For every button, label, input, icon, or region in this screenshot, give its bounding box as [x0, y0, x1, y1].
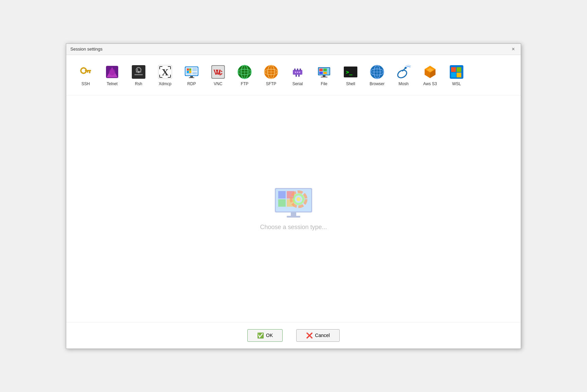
session-type-telnet[interactable]: Telnet [100, 60, 125, 90]
ssh-icon [77, 64, 94, 80]
file-icon [316, 64, 332, 80]
cancel-label: Cancel [315, 333, 330, 338]
awss3-label: Aws S3 [423, 81, 437, 86]
svg-rect-31 [189, 71, 191, 73]
svg-rect-93 [278, 199, 286, 207]
vnc-icon: Vc V c [210, 64, 226, 80]
placeholder-area: Choose a session type... [260, 186, 327, 231]
session-type-xdmcp[interactable]: X Xdmcp [153, 60, 178, 90]
svg-rect-62 [319, 69, 323, 71]
svg-rect-28 [187, 69, 189, 71]
svg-rect-1 [85, 70, 91, 71]
ok-label: OK [266, 333, 273, 338]
session-type-rdp[interactable]: RDP [179, 60, 204, 90]
shell-icon: >_ [342, 64, 359, 80]
svg-rect-85 [451, 67, 456, 72]
dialog-title: Session settings [70, 46, 103, 52]
mosh-label: Mosh [398, 81, 408, 86]
svg-rect-87 [451, 73, 456, 77]
svg-point-59 [299, 72, 300, 73]
svg-rect-64 [319, 72, 323, 74]
svg-rect-3 [87, 71, 88, 73]
svg-rect-67 [321, 77, 327, 77]
svg-point-97 [297, 197, 301, 201]
placeholder-text: Choose a session type... [260, 224, 327, 231]
session-type-browser[interactable]: Browser [364, 60, 390, 90]
shell-label: Shell [346, 81, 355, 86]
main-content-area: Choose a session type... [66, 95, 521, 322]
svg-rect-2 [89, 71, 90, 73]
close-button[interactable]: × [510, 46, 517, 53]
svg-rect-32 [190, 76, 193, 77]
telnet-icon [104, 64, 120, 80]
mosh-icon [395, 64, 412, 80]
svg-point-6 [109, 69, 115, 75]
rsh-label: Rsh [135, 81, 142, 86]
svg-rect-53 [297, 69, 298, 71]
wsl-icon [448, 64, 465, 80]
ssh-label: SSH [82, 81, 90, 86]
rdp-label: RDP [187, 81, 196, 86]
svg-rect-29 [189, 69, 191, 71]
rsh-icon [130, 64, 147, 80]
session-type-wsl[interactable]: WSL [444, 60, 469, 90]
session-type-shell[interactable]: >_ Shell [338, 60, 363, 90]
svg-rect-56 [298, 75, 300, 77]
rdp-icon [183, 64, 200, 80]
placeholder-monitor [273, 186, 314, 220]
awss3-icon [422, 64, 438, 80]
title-bar: Session settings × [66, 44, 521, 55]
svg-rect-91 [278, 191, 286, 199]
session-type-serial[interactable]: Serial [285, 60, 310, 90]
svg-rect-30 [187, 71, 189, 73]
xdmcp-label: Xdmcp [159, 81, 171, 86]
svg-rect-98 [291, 212, 296, 216]
ftp-label: FTP [241, 81, 249, 86]
svg-rect-52 [294, 69, 296, 71]
session-type-mosh[interactable]: Mosh [391, 60, 416, 90]
vnc-label: VNC [214, 81, 222, 86]
xdmcp-icon: X [157, 64, 173, 80]
svg-text:X: X [162, 67, 168, 77]
svg-point-12 [138, 71, 140, 73]
svg-rect-27 [192, 72, 197, 75]
cancel-button[interactable]: ❌ Cancel [296, 329, 340, 342]
svg-rect-86 [457, 67, 461, 72]
file-label: File [321, 81, 327, 86]
session-type-awss3[interactable]: Aws S3 [417, 60, 443, 90]
svg-point-57 [295, 72, 296, 73]
session-type-ftp[interactable]: FTP [232, 60, 257, 90]
svg-text:>_: >_ [346, 69, 353, 75]
svg-rect-66 [323, 75, 325, 77]
browser-icon [369, 64, 385, 80]
sftp-icon [263, 64, 279, 80]
svg-text:c: c [219, 71, 221, 76]
session-type-rsh[interactable]: Rsh [126, 60, 151, 90]
browser-label: Browser [370, 81, 385, 86]
ok-icon: ✅ [257, 332, 264, 339]
ok-button[interactable]: ✅ OK [247, 329, 283, 342]
svg-point-58 [297, 72, 298, 73]
session-type-vnc[interactable]: Vc V c VNC [206, 60, 231, 90]
ftp-icon [236, 64, 253, 80]
session-type-file[interactable]: File [312, 60, 337, 90]
svg-rect-63 [323, 69, 327, 71]
svg-rect-11 [137, 69, 138, 71]
svg-rect-99 [287, 216, 300, 218]
session-type-ssh[interactable]: SSH [73, 60, 98, 90]
footer-buttons: ✅ OK ❌ Cancel [66, 322, 521, 349]
sftp-label: SFTP [266, 81, 277, 86]
svg-rect-54 [300, 69, 301, 71]
svg-rect-55 [296, 75, 297, 77]
svg-point-76 [396, 69, 408, 79]
svg-rect-88 [457, 73, 461, 77]
session-type-sftp[interactable]: SFTP [259, 60, 284, 90]
svg-rect-33 [189, 77, 194, 78]
telnet-label: Telnet [107, 81, 118, 86]
svg-rect-26 [192, 68, 197, 71]
serial-icon [289, 64, 306, 80]
wsl-label: WSL [452, 81, 461, 86]
serial-label: Serial [292, 81, 303, 86]
session-settings-dialog: Session settings × SSH [66, 43, 521, 349]
cancel-icon: ❌ [306, 332, 313, 339]
